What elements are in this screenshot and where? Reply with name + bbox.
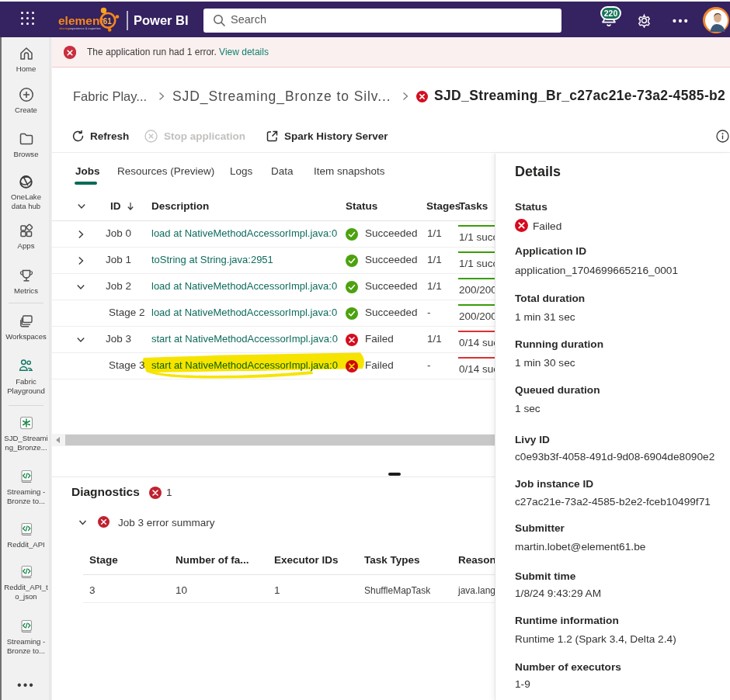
svg-text:element: element <box>58 14 104 27</box>
svg-text:61: 61 <box>103 17 113 26</box>
svg-text:sharingexperience & expertise: sharingexperience & expertise <box>59 26 102 30</box>
